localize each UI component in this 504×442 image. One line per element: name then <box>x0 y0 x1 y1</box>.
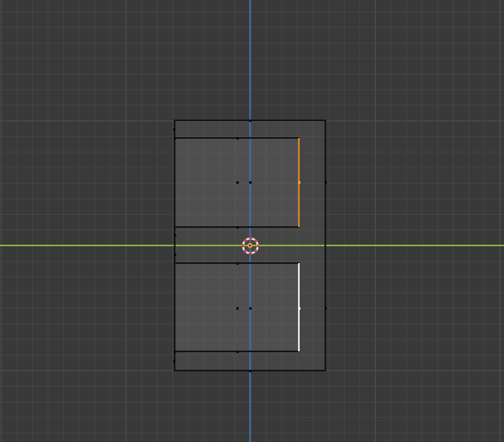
mesh-vertices-layer <box>0 0 504 442</box>
face-inner-bottom[interactable] <box>175 264 299 351</box>
mesh-vertex-14[interactable] <box>174 351 176 353</box>
face-inner-top[interactable] <box>175 139 299 226</box>
mesh-vertex-9[interactable] <box>174 253 176 256</box>
mesh-vertex-8[interactable] <box>174 234 176 237</box>
mesh-vertex-15[interactable] <box>236 351 239 353</box>
cursor-3d <box>240 235 261 257</box>
selected-edge[interactable] <box>298 138 300 227</box>
mesh-vertex-7[interactable] <box>236 226 239 229</box>
mesh-vertex-11[interactable] <box>236 307 239 310</box>
mesh-horizontal-edge-1[interactable] <box>174 226 300 228</box>
mesh-faces-layer <box>0 0 504 442</box>
mesh-horizontal-edge-0[interactable] <box>174 137 300 139</box>
viewport-3d[interactable] <box>0 0 504 442</box>
active-vertex[interactable] <box>298 307 300 310</box>
mesh-vertex-13[interactable] <box>325 307 327 310</box>
mesh-vertex-3[interactable] <box>236 137 239 140</box>
mesh-vertex-2[interactable] <box>174 137 176 140</box>
z-axis-line <box>249 0 251 442</box>
mesh-edges-layer <box>0 0 504 442</box>
mesh-vertex-6[interactable] <box>325 181 327 184</box>
mesh-vertex-16[interactable] <box>173 360 175 363</box>
mesh-vertex-1[interactable] <box>173 128 175 131</box>
mesh-vertex-4[interactable] <box>236 181 239 184</box>
selected-vertex[interactable] <box>298 181 300 184</box>
mesh-horizontal-edge-3[interactable] <box>174 351 300 352</box>
grid-overlay <box>0 0 504 442</box>
mesh-horizontal-edge-2[interactable] <box>174 262 300 264</box>
mesh-vertex-10[interactable] <box>236 262 239 265</box>
active-edge[interactable] <box>298 263 300 351</box>
